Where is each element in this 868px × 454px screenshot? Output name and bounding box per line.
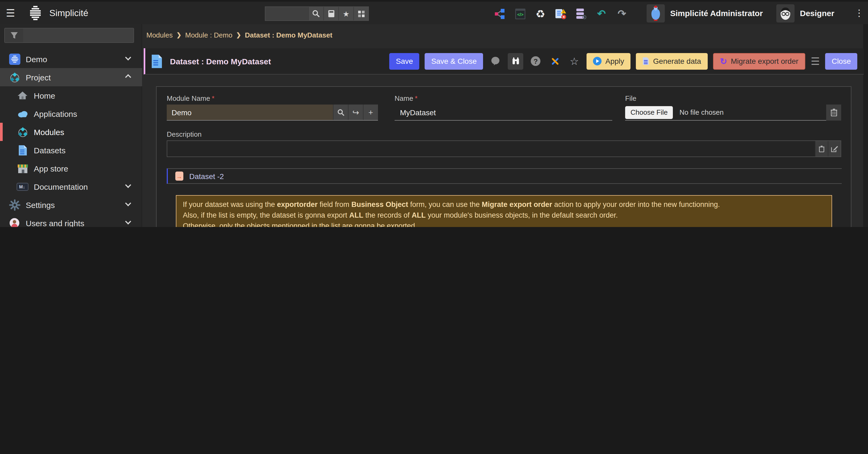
file-label: File <box>625 94 637 102</box>
export-order-warning: If your dataset was using the exportorde… <box>176 195 832 227</box>
breadcrumb-modules[interactable]: Modules <box>146 31 173 39</box>
svg-text:⚙: ⚙ <box>582 14 587 20</box>
file-delete-icon[interactable] <box>826 104 841 120</box>
tab-dataset-2[interactable]: → Dataset -2 <box>167 168 842 184</box>
name-label: Name* <box>395 94 417 102</box>
jobs-alert-icon[interactable]: !✕ <box>554 7 567 20</box>
redo-icon[interactable]: ↷ <box>616 7 628 20</box>
sidebar-item-demo[interactable]: Demo <box>0 50 142 68</box>
brand-name: Simplicité <box>49 8 89 19</box>
documentation-icon: M↓ <box>17 181 28 192</box>
chevron-up-icon <box>125 74 131 80</box>
generate-data-button[interactable]: Generate data <box>636 53 707 69</box>
sidebar-item-label: Applications <box>34 109 142 118</box>
datasets-icon <box>17 144 28 156</box>
close-button[interactable]: Close <box>825 53 857 69</box>
save-close-button[interactable]: Save & Close <box>425 53 483 69</box>
demo-icon <box>8 53 20 65</box>
breadcrumb: Modules ❯ Module : Demo ❯ Dataset : Demo… <box>146 31 332 39</box>
module-name-input[interactable]: Demo <box>167 104 333 120</box>
grid-shortcuts-icon[interactable] <box>353 7 368 20</box>
sidebar-item-app-store[interactable]: App store <box>0 159 142 177</box>
choose-file-button[interactable]: Choose File <box>625 106 673 119</box>
apply-button[interactable]: Apply <box>587 53 630 69</box>
sidebar-item-settings[interactable]: Settings <box>0 196 142 214</box>
breadcrumb-separator-icon: ❯ <box>176 32 181 39</box>
record-header: Dataset : Demo MyDataset Save Save & Clo… <box>144 48 864 74</box>
warning-line: Otherwise, only the objects mentionned i… <box>183 221 825 227</box>
undo-icon[interactable]: ↶ <box>595 7 608 20</box>
sidebar-item-applications[interactable]: Applications <box>0 104 142 123</box>
svg-text:✕: ✕ <box>562 15 565 19</box>
home-icon <box>17 90 28 101</box>
sidebar-item-label: Datasets <box>34 145 142 155</box>
module-name-field: Demo ↪ + <box>167 104 378 121</box>
search-binoculars-icon[interactable] <box>508 53 523 69</box>
scope-avatar[interactable] <box>776 4 795 23</box>
share-tree-icon[interactable] <box>493 7 506 20</box>
sidebar-item-label: Users and rights <box>26 219 126 227</box>
sidebar-item-label: Documentation <box>34 182 126 191</box>
scope-name[interactable]: Designer <box>800 8 834 18</box>
card-view-icon[interactable] <box>323 7 338 20</box>
breadcrumb-module-demo[interactable]: Module : Demo <box>185 31 232 39</box>
breadcrumb-separator-icon: ❯ <box>236 32 241 39</box>
migrate-export-order-button[interactable]: ↻ Migrate export order <box>713 53 805 69</box>
global-search-input[interactable] <box>266 7 308 20</box>
help-icon[interactable]: ? <box>529 54 542 68</box>
file-status: No file chosen <box>680 108 826 116</box>
record-title: Dataset : Demo MyDataset <box>170 57 271 66</box>
sidebar-item-users-and-rights[interactable]: Users and rights <box>0 214 142 227</box>
module-search-icon[interactable] <box>333 104 348 120</box>
more-menu-icon[interactable]: ⋮ <box>855 7 864 19</box>
chevron-down-icon <box>125 55 131 61</box>
description-clear-icon[interactable] <box>815 141 828 157</box>
clear-cache-icon[interactable]: ♻ <box>534 7 547 20</box>
database-settings-icon[interactable]: ⚙ <box>575 7 588 20</box>
description-edit-icon[interactable] <box>828 141 841 157</box>
sidebar-item-project[interactable]: Project <box>0 68 142 86</box>
record-menu-icon[interactable]: ☰ <box>811 55 820 67</box>
sidebar-item-documentation[interactable]: M↓Documentation <box>0 177 142 196</box>
menu-toggle-icon[interactable]: ☰ <box>6 7 15 19</box>
sidebar-item-label: Settings <box>26 200 126 209</box>
favorites-icon[interactable]: ★ <box>338 7 353 20</box>
applications-icon <box>17 108 28 120</box>
users-icon <box>8 217 20 227</box>
comment-bubble-icon[interactable] <box>488 54 502 68</box>
sidebar-item-label: Home <box>34 91 142 100</box>
topbar-status-icons: </> ♻ !✕ ⚙ ↶ ↷ <box>493 5 628 23</box>
chevron-down-icon <box>125 219 131 225</box>
app-store-icon <box>17 162 28 174</box>
name-input[interactable]: MyDataset <box>395 104 612 121</box>
bookmark-star-icon[interactable]: ☆ <box>567 54 581 68</box>
simplicite-logo-icon[interactable] <box>28 5 43 22</box>
description-input[interactable] <box>167 140 841 157</box>
module-open-icon[interactable]: ↪ <box>348 104 363 120</box>
sidebar-filter-input[interactable] <box>23 28 133 42</box>
topbar-search-group: ★ <box>265 6 369 21</box>
save-button[interactable]: Save <box>390 53 420 69</box>
sidebar-item-modules[interactable]: Modules <box>0 123 142 141</box>
user-avatar[interactable] <box>647 4 665 23</box>
page-scrollbar[interactable] <box>863 24 868 227</box>
svg-text:!: ! <box>563 9 564 13</box>
svg-text:M↓: M↓ <box>19 184 25 189</box>
sidebar-item-home[interactable]: Home <box>0 86 142 104</box>
sidebar-item-label: App store <box>34 164 142 173</box>
crossed-tools-icon[interactable] <box>548 54 562 68</box>
svg-text:</>: </> <box>517 12 523 17</box>
dataset-document-icon <box>151 54 162 68</box>
code-console-icon[interactable]: </> <box>514 7 526 20</box>
description-label: Description <box>167 130 202 138</box>
user-name[interactable]: Simplicité Administrator <box>670 8 763 18</box>
search-icon[interactable] <box>308 7 323 20</box>
warning-line: If your dataset was using the exportorde… <box>183 199 825 210</box>
sidebar-item-datasets[interactable]: Datasets <box>0 141 142 159</box>
topbar: ☰ Simplicité ★ <box>0 0 868 24</box>
module-name-label: Module Name* <box>167 94 214 102</box>
sidebar-item-label: Modules <box>34 127 142 136</box>
sidebar-item-label: Project <box>26 73 126 82</box>
module-add-icon[interactable]: + <box>363 104 378 120</box>
breadcrumb-current: Dataset : Demo MyDataset <box>245 31 332 39</box>
